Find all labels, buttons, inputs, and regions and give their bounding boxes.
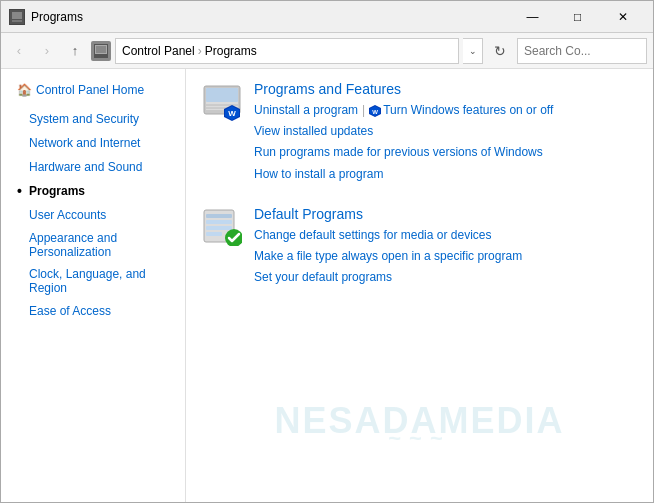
programs-features-body: Programs and Features Uninstall a progra… bbox=[254, 81, 637, 186]
window-controls: — □ ✕ bbox=[510, 2, 645, 32]
bullet-hardware bbox=[17, 159, 25, 175]
address-dropdown[interactable]: ⌄ bbox=[463, 38, 483, 64]
window-title: Programs bbox=[31, 10, 510, 24]
up-button[interactable]: ↑ bbox=[63, 39, 87, 63]
programs-features-icon: W bbox=[202, 81, 242, 121]
section-programs-features: W Programs and Features Uninstall a prog… bbox=[202, 81, 637, 186]
how-install-link[interactable]: How to install a program bbox=[254, 165, 383, 184]
sidebar-label-system-security: System and Security bbox=[29, 112, 139, 126]
minimize-button[interactable]: — bbox=[510, 2, 555, 32]
windows-features-container: W Turn Windows features on or off bbox=[369, 101, 553, 120]
window: Programs — □ ✕ ‹ › ↑ Control Panel › Pro… bbox=[0, 0, 654, 503]
sidebar-label-user-accounts: User Accounts bbox=[29, 208, 106, 222]
window-icon bbox=[9, 9, 25, 25]
bullet-ease bbox=[17, 303, 25, 319]
default-programs-row2: Make a file type always open in a specif… bbox=[254, 247, 637, 266]
main-content: 🏠 Control Panel Home System and Security… bbox=[1, 69, 653, 502]
sidebar-label-network: Network and Internet bbox=[29, 136, 140, 150]
watermark-text: NESADAMEDIA bbox=[274, 400, 564, 442]
bullet-system bbox=[17, 111, 25, 127]
svg-rect-2 bbox=[12, 20, 22, 22]
sidebar-item-programs: • Programs bbox=[1, 179, 185, 203]
sidebar-label-programs: Programs bbox=[29, 184, 85, 198]
view-updates-link[interactable]: View installed updates bbox=[254, 122, 373, 141]
address-icon bbox=[91, 41, 111, 61]
refresh-button[interactable]: ↻ bbox=[487, 38, 513, 64]
forward-button[interactable]: › bbox=[35, 39, 59, 63]
windows-features-link[interactable]: Turn Windows features on or off bbox=[383, 101, 553, 120]
sidebar-item-system-security[interactable]: System and Security bbox=[1, 107, 185, 131]
sidebar-item-ease[interactable]: Ease of Access bbox=[1, 299, 185, 323]
programs-features-row4: How to install a program bbox=[254, 165, 637, 184]
programs-features-row3: Run programs made for previous versions … bbox=[254, 143, 637, 162]
programs-features-row2: View installed updates bbox=[254, 122, 637, 141]
home-icon: 🏠 bbox=[17, 83, 32, 97]
bullet-programs: • bbox=[17, 183, 25, 199]
uninstall-link[interactable]: Uninstall a program bbox=[254, 101, 358, 120]
svg-text:W: W bbox=[228, 109, 236, 118]
back-button[interactable]: ‹ bbox=[7, 39, 31, 63]
shield-icon: W bbox=[369, 105, 381, 117]
content-area: NESADAMEDIA ~~~ bbox=[186, 69, 653, 502]
svg-rect-21 bbox=[206, 226, 232, 230]
close-button[interactable]: ✕ bbox=[600, 2, 645, 32]
watermark-tilde: ~~~ bbox=[388, 426, 451, 452]
sidebar-item-user-accounts[interactable]: User Accounts bbox=[1, 203, 185, 227]
breadcrumb-programs: Programs bbox=[205, 44, 257, 58]
set-defaults-link[interactable]: Set your default programs bbox=[254, 268, 392, 287]
breadcrumb-controlpanel: Control Panel bbox=[122, 44, 195, 58]
search-input[interactable] bbox=[524, 44, 654, 58]
change-defaults-link[interactable]: Change default settings for media or dev… bbox=[254, 226, 491, 245]
default-programs-body: Default Programs Change default settings… bbox=[254, 206, 637, 290]
sidebar-label-appearance: Appearance and Personalization bbox=[29, 231, 169, 259]
default-programs-title[interactable]: Default Programs bbox=[254, 206, 637, 222]
breadcrumb-sep-1: › bbox=[198, 44, 202, 58]
default-programs-row1: Change default settings for media or dev… bbox=[254, 226, 637, 245]
sidebar-label-hardware: Hardware and Sound bbox=[29, 160, 142, 174]
bullet-network bbox=[17, 135, 25, 151]
sidebar-item-network-internet[interactable]: Network and Internet bbox=[1, 131, 185, 155]
sidebar-item-appearance[interactable]: Appearance and Personalization bbox=[1, 227, 185, 263]
sidebar-item-home[interactable]: 🏠 Control Panel Home bbox=[1, 79, 185, 101]
svg-rect-22 bbox=[206, 232, 222, 236]
search-box[interactable]: 🔍 bbox=[517, 38, 647, 64]
address-path[interactable]: Control Panel › Programs bbox=[115, 38, 459, 64]
svg-rect-20 bbox=[206, 220, 232, 224]
sidebar-home-label: Control Panel Home bbox=[36, 83, 144, 97]
default-programs-row3: Set your default programs bbox=[254, 268, 637, 287]
bullet-clock bbox=[17, 273, 25, 289]
svg-rect-1 bbox=[12, 12, 22, 19]
svg-rect-5 bbox=[96, 46, 106, 53]
sidebar-label-clock: Clock, Language, and Region bbox=[29, 267, 169, 295]
address-bar: ‹ › ↑ Control Panel › Programs ⌄ ↻ 🔍 bbox=[1, 33, 653, 69]
section-default-programs: Default Programs Change default settings… bbox=[202, 206, 637, 290]
maximize-button[interactable]: □ bbox=[555, 2, 600, 32]
default-programs-icon bbox=[202, 206, 242, 246]
run-programs-link[interactable]: Run programs made for previous versions … bbox=[254, 143, 543, 162]
file-type-link[interactable]: Make a file type always open in a specif… bbox=[254, 247, 522, 266]
svg-rect-8 bbox=[206, 88, 238, 102]
programs-features-row1: Uninstall a program | W Turn Windows fea… bbox=[254, 101, 637, 120]
svg-rect-19 bbox=[206, 214, 232, 218]
sidebar-item-hardware-sound[interactable]: Hardware and Sound bbox=[1, 155, 185, 179]
sep1: | bbox=[362, 101, 365, 120]
sidebar: 🏠 Control Panel Home System and Security… bbox=[1, 69, 186, 502]
svg-text:W: W bbox=[372, 108, 378, 114]
bullet-appearance bbox=[17, 237, 25, 253]
sidebar-item-clock[interactable]: Clock, Language, and Region bbox=[1, 263, 185, 299]
title-bar: Programs — □ ✕ bbox=[1, 1, 653, 33]
bullet-user bbox=[17, 207, 25, 223]
programs-features-title[interactable]: Programs and Features bbox=[254, 81, 637, 97]
sidebar-label-ease: Ease of Access bbox=[29, 304, 111, 318]
